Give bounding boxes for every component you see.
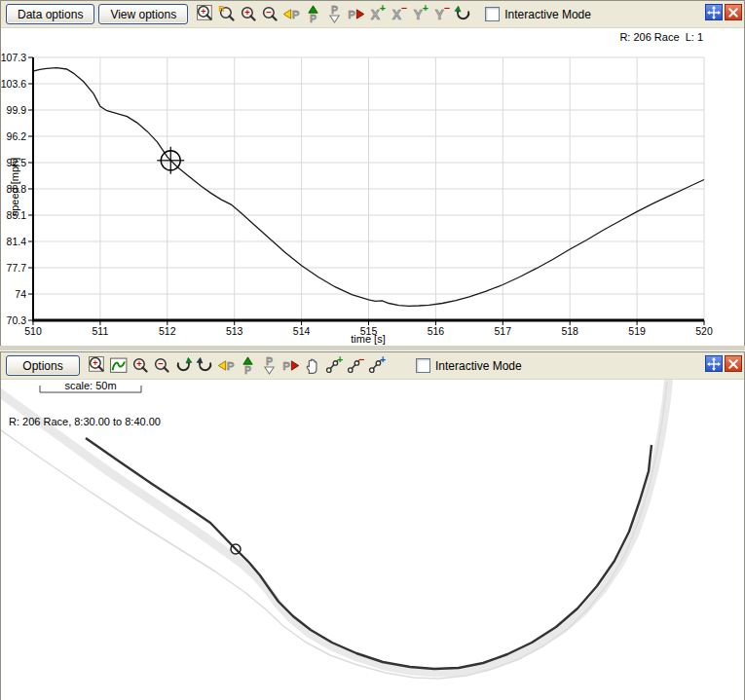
zoom-in-icon[interactable]: + xyxy=(238,4,259,25)
close-window-button[interactable] xyxy=(725,4,742,20)
pan-down-icon[interactable]: P xyxy=(258,355,279,377)
svg-text:P: P xyxy=(331,5,338,16)
svg-text:P: P xyxy=(265,356,272,367)
y-axis-label: speed [mph] xyxy=(9,148,20,226)
svg-text:518: 518 xyxy=(561,325,578,337)
close-icon xyxy=(727,7,739,18)
rotate-ccw-icon[interactable] xyxy=(194,355,215,377)
data-options-button[interactable]: Data options xyxy=(6,4,94,24)
svg-text:514: 514 xyxy=(293,325,311,337)
svg-text:511: 511 xyxy=(93,325,109,337)
svg-text:70.3: 70.3 xyxy=(7,314,27,326)
lap-info-label: R: 206 Race L: 1 xyxy=(619,31,703,43)
x-expand-icon[interactable]: X+ xyxy=(366,4,388,25)
svg-text:−: − xyxy=(158,358,164,369)
svg-text:96.2: 96.2 xyxy=(7,130,27,142)
svg-text:512: 512 xyxy=(159,325,176,337)
svg-text:519: 519 xyxy=(628,325,646,337)
move-icon xyxy=(707,6,721,19)
svg-text:517: 517 xyxy=(495,325,512,337)
x-axis-label: time [s] xyxy=(329,333,407,345)
track-map-panel: Options ++−PPPP+−+ Interactive Mode xyxy=(0,351,745,700)
svg-text:P: P xyxy=(243,364,250,375)
top-toolbar: Data options View options +R+−PPPPX+X−Y+… xyxy=(1,1,744,28)
move-window-button[interactable] xyxy=(705,355,723,372)
svg-text:510: 510 xyxy=(24,325,42,337)
svg-text:−: − xyxy=(443,5,449,14)
svg-text:+: + xyxy=(201,7,205,17)
interactive-mode-checkbox[interactable] xyxy=(416,358,430,373)
svg-text:+: + xyxy=(244,7,250,18)
svg-text:Y: Y xyxy=(414,8,423,22)
view-options-button[interactable]: View options xyxy=(98,4,188,24)
svg-text:P: P xyxy=(226,359,234,372)
move-icon xyxy=(707,357,721,371)
pan-up-icon[interactable]: P xyxy=(302,4,323,25)
svg-text:77.7: 77.7 xyxy=(7,262,27,274)
svg-text:+: + xyxy=(379,5,385,14)
svg-text:R: R xyxy=(218,5,224,14)
svg-text:513: 513 xyxy=(226,325,243,337)
svg-text:81.4: 81.4 xyxy=(7,236,27,247)
speed-plot-panel: Data options View options +R+−PPPPX+X−Y+… xyxy=(0,0,745,345)
zoom-in-icon[interactable]: + xyxy=(130,355,151,377)
scale-label: scale: 50m xyxy=(40,380,141,391)
track-map-canvas[interactable] xyxy=(1,380,744,700)
add-point-icon[interactable]: + xyxy=(322,355,344,377)
zoom-previous-icon[interactable]: R xyxy=(216,4,238,25)
svg-text:520: 520 xyxy=(695,325,713,337)
bottom-toolbar-icons: ++−PPPP+−+ xyxy=(87,355,387,377)
run-info-label: R: 206 Race, 8:30.00 to 8:40.00 xyxy=(9,416,161,427)
pan-right-icon[interactable]: P xyxy=(345,4,366,25)
svg-text:99.9: 99.9 xyxy=(7,104,27,116)
close-icon xyxy=(727,358,739,370)
zoom-window-icon[interactable]: + xyxy=(195,4,216,25)
svg-text:516: 516 xyxy=(428,325,445,337)
svg-text:103.6: 103.6 xyxy=(1,78,26,90)
zoom-window-icon[interactable]: + xyxy=(87,355,108,377)
y-shrink-icon[interactable]: Y− xyxy=(430,4,452,25)
svg-text:74: 74 xyxy=(15,288,26,300)
remove-point-icon[interactable]: − xyxy=(344,355,365,377)
zoom-out-icon[interactable]: − xyxy=(151,355,172,377)
interactive-mode-label: Interactive Mode xyxy=(504,8,591,21)
undo-zoom-icon[interactable] xyxy=(452,4,473,25)
svg-text:P: P xyxy=(310,13,317,23)
svg-text:−: − xyxy=(266,7,272,18)
close-window-button[interactable] xyxy=(725,355,742,372)
bottom-window-controls xyxy=(705,355,742,372)
interactive-mode-checkbox[interactable] xyxy=(485,7,500,21)
svg-text:107.3: 107.3 xyxy=(1,52,26,63)
svg-text:+: + xyxy=(379,356,385,365)
top-toolbar-icons: +R+−PPPPX+X−Y+Y− xyxy=(195,4,473,25)
y-expand-icon[interactable]: Y+ xyxy=(409,4,430,25)
svg-text:+: + xyxy=(136,358,142,369)
snap-point-icon[interactable]: + xyxy=(365,355,387,377)
bottom-toolbar: Options ++−PPPP+−+ Interactive Mode xyxy=(1,352,744,380)
panel-divider xyxy=(0,345,745,351)
svg-text:−: − xyxy=(400,5,406,14)
rotate-cw-icon[interactable] xyxy=(172,355,194,377)
pan-down-icon[interactable]: P xyxy=(323,4,345,25)
pan-up-icon[interactable]: P xyxy=(237,355,258,377)
zoom-out-icon[interactable]: − xyxy=(259,4,280,25)
svg-text:+: + xyxy=(336,356,342,365)
svg-text:Y: Y xyxy=(435,8,444,22)
speed-chart-canvas[interactable]: 510511512513514515516517518519520107.310… xyxy=(1,28,744,346)
svg-text:+: + xyxy=(422,5,428,14)
full-track-icon[interactable] xyxy=(108,355,130,377)
track-map[interactable]: scale: 50m R: 206 Race, 8:30.00 to 8:40.… xyxy=(1,380,744,700)
x-shrink-icon[interactable]: X− xyxy=(388,4,409,25)
pan-left-icon[interactable]: P xyxy=(215,355,237,377)
move-window-button[interactable] xyxy=(705,4,723,20)
svg-text:P: P xyxy=(291,8,299,20)
svg-text:+: + xyxy=(93,358,97,368)
pan-right-icon[interactable]: P xyxy=(279,355,301,377)
pan-left-icon[interactable]: P xyxy=(280,4,302,25)
top-window-controls xyxy=(705,4,742,20)
speed-chart[interactable]: 510511512513514515516517518519520107.310… xyxy=(1,28,744,346)
interactive-mode-label: Interactive Mode xyxy=(435,359,522,373)
pan-hand-icon[interactable] xyxy=(301,355,322,377)
svg-text:P: P xyxy=(348,8,355,20)
options-button[interactable]: Options xyxy=(6,355,80,376)
